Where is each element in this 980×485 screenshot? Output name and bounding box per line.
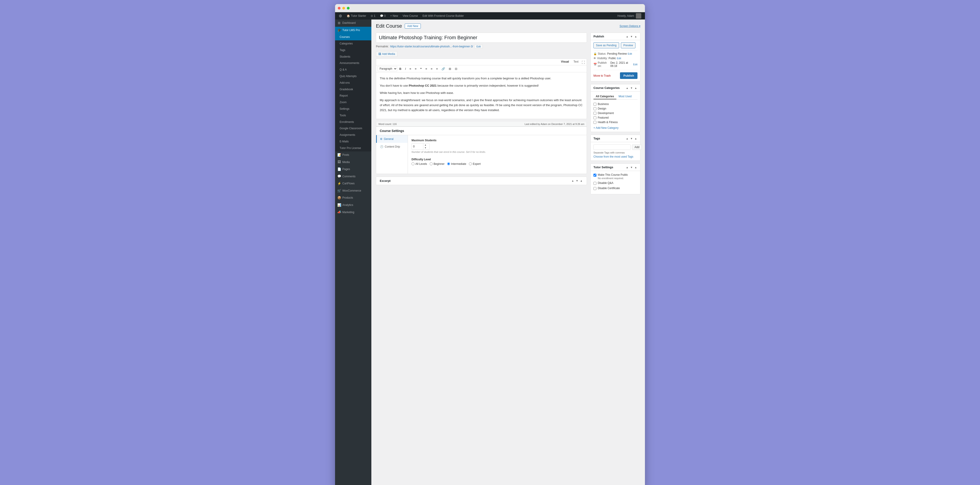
bold-button[interactable]: B bbox=[398, 67, 403, 71]
tags-add-button[interactable]: Add bbox=[632, 145, 642, 150]
sidebar-item-assignments[interactable]: Assignments bbox=[335, 132, 371, 138]
comments-item[interactable]: 💬 0 bbox=[378, 12, 388, 19]
align-center-button[interactable]: ≡ bbox=[429, 67, 434, 71]
sidebar-item-tags[interactable]: Tags bbox=[335, 47, 371, 54]
cat-checkbox-design[interactable] bbox=[593, 107, 597, 110]
increment-arrow[interactable]: ▲ bbox=[423, 143, 428, 146]
wp-logo-item[interactable]: ⊛ bbox=[337, 12, 344, 19]
text-tab[interactable]: Text bbox=[572, 60, 580, 64]
sidebar-item-quiz-attempts[interactable]: Quiz Attempts bbox=[335, 73, 371, 80]
disable-qa-checkbox[interactable] bbox=[593, 182, 597, 185]
tutor-settings-collapse-button[interactable]: ▲ bbox=[634, 166, 638, 169]
sidebar-item-categories[interactable]: Categories bbox=[335, 40, 371, 47]
sidebar-item-posts[interactable]: 📝 Posts bbox=[335, 151, 371, 159]
notifications-item[interactable]: ⊙ 1 bbox=[369, 12, 377, 19]
publish-button[interactable]: Publish bbox=[620, 72, 638, 79]
cat-checkbox-health-fitness[interactable] bbox=[593, 121, 597, 124]
tags-choose-link[interactable]: Choose from the most used Tags bbox=[593, 155, 633, 158]
excerpt-collapse-button[interactable]: ▲ bbox=[580, 179, 583, 182]
publish-down-button[interactable]: ▼ bbox=[630, 35, 633, 38]
tags-input[interactable] bbox=[593, 145, 631, 150]
add-media-button[interactable]: 🖼 Add Media bbox=[376, 51, 398, 57]
tags-collapse-button[interactable]: ▲ bbox=[634, 137, 638, 140]
sidebar-item-enrollments[interactable]: Enrollments bbox=[335, 119, 371, 126]
expert-radio[interactable] bbox=[469, 162, 472, 165]
tags-up-button[interactable]: ▲ bbox=[625, 137, 629, 140]
cat-checkbox-featured[interactable] bbox=[593, 116, 597, 119]
sidebar-item-cartflows[interactable]: ⚡ CartFlows bbox=[335, 180, 371, 187]
sidebar-item-zoom[interactable]: Zoom bbox=[335, 99, 371, 106]
publish-on-edit-link[interactable]: Edit bbox=[633, 63, 638, 66]
move-to-trash-link[interactable]: Move to Trash bbox=[593, 74, 611, 77]
add-new-category-link[interactable]: + Add New Category bbox=[593, 126, 619, 129]
sidebar-item-woocommerce[interactable]: 🛒 WooCommerce bbox=[335, 187, 371, 194]
tags-down-button[interactable]: ▼ bbox=[630, 137, 633, 140]
screen-options-button[interactable]: Screen Options ▾ bbox=[619, 24, 640, 28]
preview-button[interactable]: Preview bbox=[621, 42, 636, 48]
sidebar-item-pages[interactable]: 📄 Pages bbox=[335, 166, 371, 173]
publish-up-button[interactable]: ▲ bbox=[625, 35, 629, 38]
tutor-settings-down-button[interactable]: ▼ bbox=[630, 166, 633, 169]
beginner-radio[interactable] bbox=[430, 162, 433, 165]
paragraph-select[interactable]: Paragraph bbox=[377, 66, 397, 71]
align-left-button[interactable]: ≡ bbox=[424, 67, 429, 71]
sidebar-item-qa[interactable]: Q & A bbox=[335, 67, 371, 73]
content-drip-tab[interactable]: 🕐 Content Drip bbox=[376, 143, 408, 151]
editor-expand-button[interactable]: ⛶ bbox=[582, 60, 585, 64]
visual-tab[interactable]: Visual bbox=[560, 60, 570, 64]
categories-collapse-button[interactable]: ▲ bbox=[634, 87, 638, 89]
cat-checkbox-business[interactable] bbox=[593, 103, 597, 106]
align-right-button[interactable]: ≡ bbox=[434, 67, 439, 71]
sidebar-item-products[interactable]: 📦 Products bbox=[335, 194, 371, 202]
tutor-settings-up-button[interactable]: ▲ bbox=[625, 166, 629, 169]
browser-dot-yellow[interactable] bbox=[342, 7, 345, 10]
editor-content[interactable]: This is the definitive Photoshop trainin… bbox=[376, 72, 587, 119]
blockquote-button[interactable]: ❝ bbox=[418, 67, 423, 71]
disable-certificate-checkbox[interactable] bbox=[593, 187, 597, 190]
howdy-item[interactable]: Howdy, Adam bbox=[616, 12, 643, 19]
link-button[interactable]: 🔗 bbox=[440, 67, 447, 71]
italic-button[interactable]: I bbox=[403, 67, 407, 71]
new-content-item[interactable]: + New bbox=[388, 12, 400, 19]
sidebar-item-settings[interactable]: Settings bbox=[335, 106, 371, 112]
status-edit-link[interactable]: Edit bbox=[628, 52, 632, 55]
table-button[interactable]: ⊞ bbox=[447, 67, 453, 71]
sidebar-item-media[interactable]: 🖼 Media bbox=[335, 159, 371, 166]
general-tab[interactable]: ⚙ General bbox=[376, 135, 408, 143]
browser-dot-red[interactable] bbox=[338, 7, 340, 10]
sidebar-item-gradebook[interactable]: Gradebook bbox=[335, 86, 371, 93]
post-title-input[interactable] bbox=[376, 33, 587, 43]
sidebar-item-courses[interactable]: Courses bbox=[335, 34, 371, 40]
sidebar-item-announcements[interactable]: Announcements bbox=[335, 60, 371, 67]
publish-collapse-button[interactable]: ▲ bbox=[634, 35, 638, 38]
sidebar-item-addons[interactable]: Add-ons bbox=[335, 80, 371, 86]
site-name-item[interactable]: 🏠 Tutor Starter bbox=[345, 12, 368, 19]
sidebar-item-emails[interactable]: E-Mails bbox=[335, 138, 371, 145]
excerpt-up-button[interactable]: ▲ bbox=[571, 179, 574, 182]
decrement-arrow[interactable]: ▼ bbox=[423, 146, 428, 149]
sidebar-item-tutor-lms-pro[interactable]: 🎓 Tutor LMS Pro bbox=[335, 27, 371, 34]
categories-down-button[interactable]: ▼ bbox=[630, 87, 633, 89]
permalink-url[interactable]: https://tutor-starter.local/courses/ulti… bbox=[390, 45, 473, 48]
sidebar-item-comments[interactable]: 💬 Comments bbox=[335, 173, 371, 180]
browser-dot-green[interactable] bbox=[347, 7, 350, 10]
sidebar-item-tools[interactable]: Tools bbox=[335, 112, 371, 119]
ol-button[interactable]: ≡ bbox=[413, 67, 418, 71]
most-used-tab[interactable]: Most Used bbox=[616, 94, 634, 99]
sidebar-item-analytics[interactable]: 📊 Analytics bbox=[335, 202, 371, 209]
all-levels-radio[interactable] bbox=[412, 162, 414, 165]
sidebar-item-tutor-pro-license[interactable]: Tutor Pro License bbox=[335, 145, 371, 151]
add-new-button[interactable]: Add New bbox=[405, 24, 421, 29]
max-students-input[interactable] bbox=[412, 144, 423, 149]
cat-checkbox-development[interactable] bbox=[593, 112, 597, 115]
excerpt-down-button[interactable]: ▼ bbox=[575, 179, 579, 182]
intermediate-radio[interactable] bbox=[447, 162, 450, 165]
save-pending-button[interactable]: Save as Pending bbox=[593, 42, 619, 48]
make-public-checkbox[interactable] bbox=[593, 174, 597, 177]
more-button[interactable]: ⊟ bbox=[453, 67, 459, 71]
sidebar-item-marketing[interactable]: 📣 Marketing bbox=[335, 208, 371, 216]
categories-up-button[interactable]: ▲ bbox=[625, 87, 629, 89]
frontend-builder-item[interactable]: Edit With Frontend Course Builder bbox=[421, 12, 466, 19]
ul-button[interactable]: ≡ bbox=[408, 67, 413, 71]
sidebar-item-report[interactable]: Report bbox=[335, 92, 371, 99]
